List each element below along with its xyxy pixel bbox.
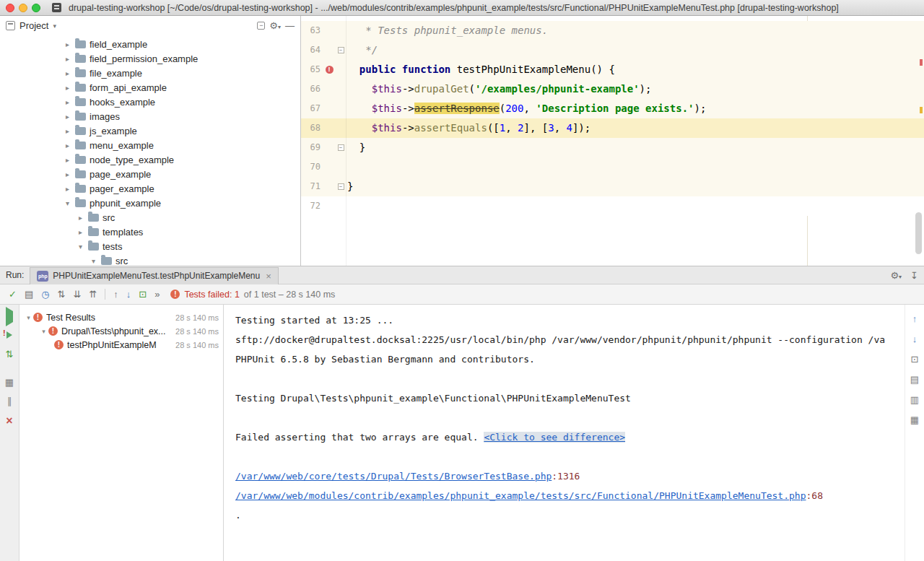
fold-icon[interactable] <box>338 144 344 151</box>
restore-layout-icon[interactable]: ▦ <box>5 378 14 387</box>
gear-icon[interactable]: ⚙▾ <box>890 270 902 281</box>
console-output[interactable]: Testing started at 13:25 ...sftp://docke… <box>224 305 905 561</box>
console-link[interactable]: <Click to see difference> <box>484 432 625 443</box>
chevron-right-icon[interactable]: ▸ <box>64 84 71 92</box>
fold-icon[interactable] <box>338 47 344 53</box>
project-tree-item[interactable]: ▸js_example <box>0 123 300 138</box>
project-tree-item[interactable]: ▸field_example <box>0 37 300 51</box>
test-tree-item[interactable]: ▾Drupal\Tests\phpunit_ex...28 s 140 ms <box>19 324 223 338</box>
run-tab[interactable]: php PHPUnitExampleMenuTest.testPhpUnitEx… <box>30 267 278 284</box>
output-console-icon[interactable]: ▤ <box>25 290 33 299</box>
project-tree-item[interactable]: ▾phpunit_example <box>0 196 300 210</box>
warning-stripe-mark[interactable] <box>920 107 923 113</box>
chevron-down-icon[interactable]: ▾ <box>24 314 33 321</box>
editor-line[interactable]: 64 */ <box>301 40 924 60</box>
editor-line[interactable]: 71} <box>301 177 924 196</box>
project-tree-item[interactable]: ▸form_api_example <box>0 80 300 95</box>
chevron-right-icon[interactable]: ▸ <box>64 40 71 48</box>
console-link[interactable]: /var/www/web/core/tests/Drupal/Tests/Bro… <box>235 471 552 482</box>
error-stripe-mark[interactable] <box>920 59 923 66</box>
project-tree-item[interactable]: ▸field_permission_example <box>0 51 300 66</box>
editor-line[interactable]: 67 $this->assertResponse(200, 'Descripti… <box>301 99 924 118</box>
console-line: /var/www/web/core/tests/Drupal/Tests/Bro… <box>235 466 905 486</box>
gear-icon[interactable]: ⚙▾ <box>269 21 281 30</box>
console-link[interactable]: /var/www/web/modules/contrib/examples/ph… <box>235 490 806 501</box>
dock-panel-icon[interactable]: ↧ <box>910 270 918 281</box>
test-failed-gutter-icon[interactable] <box>326 66 334 74</box>
chevron-right-icon[interactable]: ▸ <box>77 214 84 222</box>
chevron-right-icon[interactable]: ▸ <box>64 156 71 164</box>
export-test-results-icon[interactable]: ⊡ <box>911 354 919 365</box>
chevron-down-icon[interactable]: ▾ <box>64 199 71 207</box>
project-tree-item[interactable]: ▸pager_example <box>0 181 300 196</box>
rerun-failed-tests-icon[interactable]: ! <box>6 331 12 340</box>
collapse-all-icon[interactable]: ⇈ <box>89 290 97 299</box>
previous-failed-test-icon[interactable]: ↑ <box>113 290 118 299</box>
sort-by-duration-icon[interactable]: ◷ <box>41 290 49 299</box>
zoom-window-button[interactable] <box>32 4 40 12</box>
pause-output-icon[interactable]: ∥ <box>7 396 12 406</box>
fold-icon[interactable] <box>338 183 344 190</box>
chevron-down-icon[interactable]: ▾ <box>39 328 48 335</box>
open-in-editor-icon[interactable]: ▤ <box>910 374 919 385</box>
chevron-right-icon[interactable]: ▸ <box>64 170 71 178</box>
editor-line[interactable]: 69 } <box>301 138 924 157</box>
chevron-right-icon[interactable]: ▸ <box>64 113 71 121</box>
console-line: Failed asserting that two arrays are equ… <box>235 427 905 447</box>
project-tree-item[interactable]: ▸node_type_example <box>0 152 300 167</box>
overflow-actions-icon[interactable]: » <box>154 290 160 299</box>
close-window-button[interactable] <box>6 4 14 12</box>
editor-line[interactable]: 72 <box>301 196 924 216</box>
collapse-all-icon[interactable] <box>257 22 265 30</box>
chevron-right-icon[interactable]: ▸ <box>64 55 71 63</box>
test-tree-label: Test Results <box>46 313 95 323</box>
clear-all-icon[interactable]: ▦ <box>910 414 919 425</box>
folder-icon <box>88 214 99 222</box>
chevron-right-icon[interactable]: ▸ <box>64 98 71 106</box>
project-tree-item[interactable]: ▾tests <box>0 239 300 253</box>
navigate-down-icon[interactable]: ↓ <box>912 334 918 344</box>
show-passed-icon[interactable]: ✓ <box>9 290 17 299</box>
minimize-window-button[interactable] <box>19 4 27 12</box>
expand-all-icon[interactable]: ⇊ <box>73 290 81 299</box>
gutter-run-column <box>323 40 336 60</box>
project-tree-item[interactable]: ▸src <box>0 210 300 225</box>
editor-line[interactable]: 65 public function testPhpUnitExampleMen… <box>301 60 924 79</box>
next-failed-test-icon[interactable]: ↓ <box>126 290 131 299</box>
editor-line[interactable]: 66 $this->drupalGet('/examples/phpunit-e… <box>301 79 924 99</box>
test-tree-item[interactable]: ▾Test Results28 s 140 ms <box>19 310 223 324</box>
project-tree-item[interactable]: ▸menu_example <box>0 138 300 152</box>
hide-panel-icon[interactable]: — <box>285 21 295 30</box>
chevron-right-icon[interactable]: ▸ <box>64 69 71 77</box>
folder-icon <box>75 84 86 92</box>
close-icon[interactable]: × <box>6 415 12 427</box>
tree-item-label: field_permission_example <box>90 53 198 64</box>
toggle-auto-test-icon[interactable]: ⇅ <box>6 349 14 359</box>
project-tree-item[interactable]: ▸images <box>0 109 300 123</box>
chevron-right-icon[interactable]: ▸ <box>64 185 71 193</box>
editor-scrollbar[interactable] <box>915 212 922 254</box>
project-tree-item[interactable]: ▸file_example <box>0 66 300 80</box>
code-editor[interactable]: 63 * Tests phpunit_example menus.64 */65… <box>301 16 924 266</box>
chevron-right-icon[interactable]: ▸ <box>64 142 71 149</box>
project-tree-item[interactable]: ▸templates <box>0 225 300 239</box>
editor-line[interactable]: 63 * Tests phpunit_example menus. <box>301 21 924 40</box>
editor-line[interactable]: 70 <box>301 157 924 177</box>
print-icon[interactable]: ▥ <box>910 394 919 405</box>
sort-alphabetically-icon[interactable]: ⇅ <box>58 290 66 299</box>
navigate-up-icon[interactable]: ↑ <box>912 313 918 324</box>
project-tree-item[interactable]: ▸hooks_example <box>0 95 300 109</box>
chevron-right-icon[interactable]: ▸ <box>64 127 71 135</box>
rerun-icon[interactable] <box>6 312 13 321</box>
editor-line[interactable]: 68 $this->assertEquals([1, 2], [3, 4]); <box>301 118 924 138</box>
project-header-label[interactable]: Project <box>19 20 48 31</box>
import-test-results-icon[interactable]: ⊡ <box>139 290 147 299</box>
chevron-down-icon[interactable]: ▾ <box>53 22 56 30</box>
chevron-down-icon[interactable]: ▾ <box>90 257 97 265</box>
project-tree-item[interactable]: ▾src <box>0 253 300 266</box>
close-tab-icon[interactable]: × <box>266 271 271 282</box>
project-tree-item[interactable]: ▸page_example <box>0 167 300 181</box>
chevron-right-icon[interactable]: ▸ <box>77 228 84 236</box>
test-tree-item[interactable]: testPhpUnitExampleM28 s 140 ms <box>19 338 223 352</box>
chevron-down-icon[interactable]: ▾ <box>77 243 84 251</box>
